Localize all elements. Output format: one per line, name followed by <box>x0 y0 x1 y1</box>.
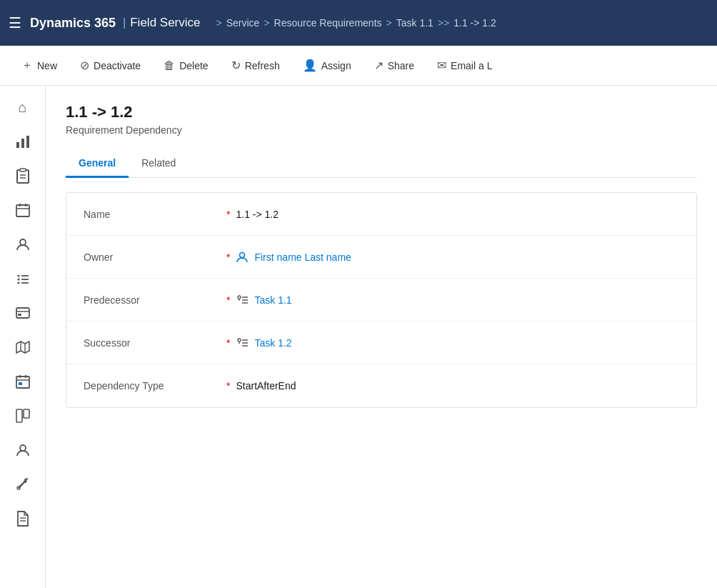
breadcrumb-chevron-1: > <box>216 17 222 29</box>
nav-separator: | <box>123 16 126 29</box>
form-card: Name * 1.1 -> 1.2 Owner * First name Las… <box>66 192 697 408</box>
dependency-type-value: StartAfterEnd <box>236 380 296 392</box>
assign-label: Assign <box>321 60 351 71</box>
svg-rect-29 <box>24 409 29 418</box>
svg-point-31 <box>17 487 20 489</box>
svg-rect-28 <box>16 409 22 422</box>
breadcrumb: > Service > Resource Requirements > Task… <box>212 17 496 29</box>
deactivate-icon: ⊘ <box>80 59 89 72</box>
new-label: New <box>37 60 57 71</box>
svg-rect-2 <box>26 136 29 148</box>
svg-rect-20 <box>18 314 21 316</box>
svg-point-35 <box>238 296 241 299</box>
owner-label: Owner <box>84 251 226 263</box>
svg-rect-27 <box>19 382 22 385</box>
name-value: 1.1 -> 1.2 <box>236 209 279 220</box>
refresh-button[interactable]: ↻ Refresh <box>221 54 290 76</box>
sidebar-home-icon[interactable]: ⌂ <box>7 91 39 123</box>
record-title: 1.1 -> 1.2 <box>66 103 697 121</box>
svg-point-16 <box>17 282 19 284</box>
breadcrumb-task11[interactable]: Task 1.1 <box>396 17 433 29</box>
dependency-type-label: Dependency Type <box>84 380 226 392</box>
svg-point-12 <box>17 275 19 277</box>
owner-value[interactable]: First name Last name <box>236 251 351 264</box>
successor-required: * <box>226 337 230 349</box>
successor-list-icon <box>236 337 249 349</box>
successor-label: Successor <box>84 337 226 349</box>
top-nav: ☰ Dynamics 365 | Field Service > Service… <box>0 0 717 46</box>
tab-general[interactable]: General <box>66 150 129 178</box>
delete-label: Delete <box>179 60 208 71</box>
new-icon: ＋ <box>21 58 33 73</box>
sidebar-analytics-icon[interactable] <box>7 126 39 157</box>
predecessor-required: * <box>226 294 230 306</box>
email-label: Email a L <box>451 60 492 71</box>
svg-point-41 <box>239 342 240 344</box>
sidebar-schedule-icon[interactable] <box>7 366 39 397</box>
svg-rect-7 <box>16 205 29 216</box>
refresh-icon: ↻ <box>231 59 241 72</box>
app-label: Field Service <box>130 16 200 30</box>
refresh-label: Refresh <box>245 60 280 71</box>
svg-point-30 <box>20 445 26 451</box>
sidebar-wrench-icon[interactable] <box>7 469 39 500</box>
svg-rect-0 <box>16 142 19 148</box>
name-required: * <box>226 209 230 220</box>
new-button[interactable]: ＋ New <box>11 54 67 77</box>
sidebar-list-icon[interactable] <box>7 263 39 294</box>
sidebar-calendar-icon[interactable] <box>7 194 39 226</box>
brand-label: Dynamics 365 <box>30 16 116 31</box>
share-button[interactable]: ↗ Share <box>364 54 424 76</box>
predecessor-label: Predecessor <box>84 294 226 306</box>
sidebar-board-icon[interactable] <box>7 400 39 432</box>
email-icon: ✉ <box>437 59 446 72</box>
field-row-dependency-type: Dependency Type * StartAfterEnd <box>66 364 696 407</box>
svg-point-11 <box>20 239 26 245</box>
breadcrumb-current: 1.1 -> 1.2 <box>453 17 496 29</box>
svg-point-36 <box>239 299 240 301</box>
sidebar-map-icon[interactable] <box>7 332 39 363</box>
sidebar-card-icon[interactable] <box>7 297 39 329</box>
field-row-name: Name * 1.1 -> 1.2 <box>66 193 696 236</box>
assign-icon: 👤 <box>303 59 317 72</box>
svg-rect-23 <box>16 377 29 388</box>
name-label: Name <box>84 209 226 220</box>
svg-point-34 <box>240 252 245 257</box>
toolbar: ＋ New ⊘ Deactivate 🗑 Delete ↻ Refresh 👤 … <box>0 46 717 86</box>
deactivate-label: Deactivate <box>94 60 141 71</box>
main-layout: ⌂ <box>0 86 717 588</box>
svg-point-14 <box>17 279 19 281</box>
sidebar: ⌂ <box>0 86 46 588</box>
svg-rect-1 <box>21 139 24 148</box>
assign-button[interactable]: 👤 Assign <box>293 54 361 76</box>
breadcrumb-service[interactable]: Service <box>226 17 260 29</box>
sidebar-person-icon[interactable] <box>7 434 39 466</box>
share-label: Share <box>388 60 414 71</box>
sidebar-clipboard-icon[interactable] <box>7 160 39 191</box>
predecessor-value[interactable]: Task 1.1 <box>236 294 291 307</box>
owner-person-icon <box>236 251 249 264</box>
tabs: General Related <box>66 150 697 178</box>
predecessor-list-icon <box>236 294 249 307</box>
breadcrumb-chevron-3: > <box>386 17 392 29</box>
sidebar-contact-icon[interactable] <box>7 229 39 260</box>
tab-related[interactable]: Related <box>129 150 189 178</box>
svg-rect-4 <box>20 169 26 171</box>
breadcrumb-chevron-2: > <box>264 17 269 29</box>
field-row-owner: Owner * First name Last name <box>66 236 696 279</box>
email-button[interactable]: ✉ Email a L <box>427 54 502 76</box>
share-icon: ↗ <box>374 59 383 72</box>
content-area: 1.1 -> 1.2 Requirement Dependency Genera… <box>46 86 717 588</box>
field-row-predecessor: Predecessor * Task 1.1 <box>66 279 696 322</box>
hamburger-menu[interactable]: ☰ <box>9 14 21 31</box>
successor-value[interactable]: Task 1.2 <box>236 337 291 349</box>
delete-button[interactable]: 🗑 Delete <box>154 55 218 76</box>
record-subtitle: Requirement Dependency <box>66 124 697 136</box>
breadcrumb-resource-requirements[interactable]: Resource Requirements <box>274 17 382 29</box>
field-row-successor: Successor * Task 1.2 <box>66 322 696 364</box>
svg-point-40 <box>238 339 241 342</box>
deactivate-button[interactable]: ⊘ Deactivate <box>70 54 151 76</box>
owner-required: * <box>226 251 230 263</box>
dependency-type-required: * <box>226 380 230 392</box>
sidebar-document-icon[interactable] <box>7 503 39 534</box>
